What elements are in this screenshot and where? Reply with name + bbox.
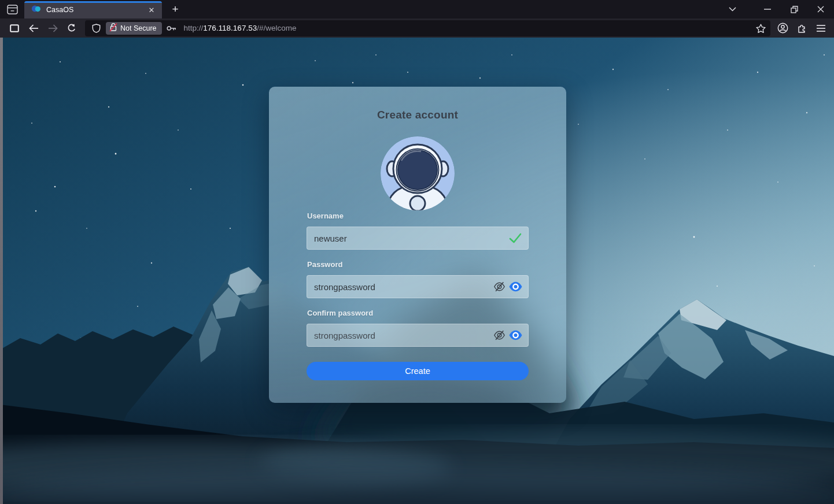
back-button[interactable]	[25, 20, 42, 36]
url-text: http://176.118.167.53/#/welcome	[184, 24, 753, 32]
page-title: Create account	[269, 109, 566, 121]
password-label: Password	[307, 260, 342, 269]
casaos-favicon-icon	[31, 5, 41, 15]
confirm-password-field	[307, 324, 529, 347]
window-minimize-button[interactable]	[754, 0, 781, 18]
not-secure-badge[interactable]: Not Secure	[106, 22, 162, 35]
username-input[interactable]	[314, 234, 506, 243]
bookmark-star-icon[interactable]	[753, 21, 768, 35]
username-field	[307, 227, 529, 250]
password-input[interactable]	[314, 282, 490, 292]
tab-list-chevron-icon[interactable]	[721, 0, 744, 18]
valid-check-icon	[508, 232, 522, 244]
navigation-toolbar: Not Secure http://176.118.167.53/#/welco…	[0, 18, 834, 38]
tab-title: CasaOS	[46, 6, 146, 14]
sidebar-toggle-icon[interactable]	[6, 20, 23, 36]
eye-visible-icon[interactable]	[508, 329, 522, 342]
window-close-button[interactable]	[807, 0, 834, 18]
tab-bar: CasaOS ✕ +	[0, 0, 834, 18]
insecure-lock-icon	[109, 23, 117, 34]
window-edge	[0, 38, 3, 504]
page-viewport: Create account	[0, 38, 834, 504]
tab-close-icon[interactable]: ✕	[146, 4, 157, 16]
not-secure-label: Not Secure	[120, 24, 157, 32]
browser-tab[interactable]: CasaOS ✕	[24, 1, 162, 18]
url-scheme: http://	[184, 24, 204, 32]
eye-visible-icon[interactable]	[508, 280, 522, 293]
eye-off-icon[interactable]	[492, 329, 506, 342]
fog-layer	[0, 431, 834, 504]
address-bar[interactable]: Not Secure http://176.118.167.53/#/welco…	[85, 20, 770, 36]
reload-button[interactable]	[63, 20, 80, 36]
menu-hamburger-icon[interactable]	[812, 20, 829, 36]
username-label: Username	[307, 212, 344, 220]
account-icon[interactable]	[774, 20, 791, 36]
create-account-card: Create account	[269, 87, 566, 403]
password-field	[307, 275, 529, 298]
confirm-password-input[interactable]	[314, 331, 490, 340]
extensions-puzzle-icon[interactable]	[793, 20, 810, 36]
firefox-view-icon[interactable]	[3, 2, 21, 17]
forward-button[interactable]	[44, 20, 61, 36]
shield-icon[interactable]	[88, 21, 104, 35]
eye-off-icon[interactable]	[492, 280, 506, 293]
url-path: /#/welcome	[257, 24, 296, 32]
confirm-password-label: Confirm password	[307, 309, 373, 317]
key-icon	[164, 21, 179, 35]
active-tab-indicator	[24, 1, 162, 3]
window-restore-button[interactable]	[781, 0, 807, 18]
astronaut-avatar	[381, 136, 455, 210]
new-tab-button[interactable]: +	[168, 2, 183, 17]
url-host: 176.118.167.53	[203, 24, 257, 32]
create-button[interactable]: Create	[307, 362, 529, 380]
window-controls	[721, 0, 834, 18]
